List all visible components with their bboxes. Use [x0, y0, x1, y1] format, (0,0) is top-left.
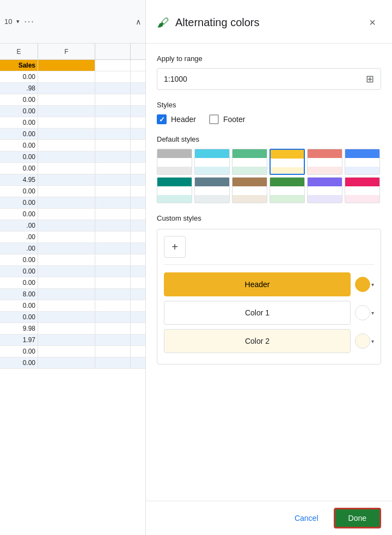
cell-e: 4.95: [0, 174, 38, 185]
grid-select-icon[interactable]: ⊞: [366, 73, 374, 85]
cell-e: 0.00: [0, 357, 38, 368]
header-checkbox[interactable]: ✓: [157, 114, 167, 124]
cell-f: [38, 83, 95, 94]
cell-g: [95, 312, 131, 323]
swatch-row: [157, 149, 381, 175]
footer-checkbox-label: Footer: [223, 115, 245, 124]
header-checkbox-item[interactable]: ✓ Header: [157, 114, 196, 124]
header-color-row: Header ▾: [164, 272, 374, 296]
cell-g: [95, 243, 131, 254]
svg-rect-30: [308, 178, 342, 186]
cell-f: [38, 163, 95, 174]
done-button[interactable]: Done: [334, 508, 381, 528]
header-checkbox-label: Header: [171, 115, 196, 124]
cell-f: [38, 209, 95, 220]
color1-text: Color 1: [245, 308, 270, 317]
style-swatch[interactable]: [232, 149, 267, 175]
alternating-colors-panel: 🖌 Alternating colors × Apply to range ⊞ …: [146, 0, 392, 535]
cell-g: [95, 357, 131, 368]
svg-rect-24: [232, 178, 267, 186]
cell-e: 0.00: [0, 209, 38, 220]
cell-f: [38, 232, 95, 242]
add-custom-style-button[interactable]: +: [164, 236, 186, 258]
cell-f: [38, 117, 95, 128]
cell-g: [95, 220, 131, 231]
color1-circle: [355, 305, 370, 320]
cell-g: [95, 254, 131, 265]
color1-picker-button[interactable]: ▾: [355, 305, 374, 320]
style-swatch[interactable]: [270, 149, 305, 175]
style-swatch[interactable]: [232, 177, 267, 203]
cell-g: [95, 163, 131, 174]
cell-g: [95, 289, 131, 300]
color1-dropdown-arrow: ▾: [371, 310, 374, 316]
footer-checkbox-item[interactable]: Footer: [209, 114, 245, 124]
cell-f: [38, 254, 95, 265]
cell-f: [38, 94, 95, 105]
svg-rect-0: [157, 149, 192, 158]
col-header-f: F: [38, 44, 95, 59]
footer-checkbox[interactable]: [209, 114, 219, 124]
color1-row: Color 1 ▾: [164, 301, 374, 325]
range-input[interactable]: [164, 75, 366, 83]
cell-g: [95, 346, 131, 357]
cell-e: 8.00: [0, 289, 38, 300]
toolbar-collapse-icon[interactable]: ∧: [136, 17, 141, 26]
cell-g: [95, 117, 131, 128]
cell-f: [38, 243, 95, 254]
cell-e: 0.00: [0, 254, 38, 265]
cell-e: 0.00: [0, 163, 38, 174]
cell-e: 0.00: [0, 94, 38, 105]
svg-rect-31: [308, 186, 342, 195]
cancel-button[interactable]: Cancel: [284, 509, 329, 527]
style-swatch[interactable]: [157, 149, 192, 175]
style-swatch[interactable]: [345, 149, 380, 175]
cell-g: [95, 300, 131, 311]
color2-picker-button[interactable]: ▾: [355, 333, 374, 349]
cell-f: [38, 71, 95, 82]
color1-label: Color 1: [164, 301, 351, 325]
svg-rect-23: [195, 195, 230, 203]
svg-rect-15: [345, 149, 380, 158]
cell-g: [95, 277, 131, 288]
svg-rect-17: [345, 167, 380, 175]
svg-rect-4: [195, 158, 230, 167]
svg-rect-35: [345, 195, 380, 203]
svg-rect-34: [345, 186, 380, 195]
svg-rect-3: [195, 149, 230, 158]
style-swatch[interactable]: [157, 177, 192, 203]
svg-rect-2: [157, 167, 192, 175]
style-swatch[interactable]: [270, 177, 305, 203]
cell-g: [95, 129, 131, 139]
svg-rect-13: [308, 158, 342, 167]
style-swatch[interactable]: [345, 177, 380, 203]
cell-g: [95, 186, 131, 197]
svg-rect-26: [232, 195, 267, 203]
style-swatch[interactable]: [194, 149, 230, 175]
svg-rect-9: [271, 150, 305, 159]
close-button[interactable]: ×: [364, 14, 381, 32]
swatch-row: [157, 177, 381, 203]
cell-f: [38, 174, 95, 185]
cell-e: 0.00: [0, 71, 38, 82]
toolbar-more-options[interactable]: ···: [24, 17, 34, 27]
svg-rect-29: [270, 195, 305, 203]
svg-rect-12: [308, 149, 342, 158]
panel-body: Apply to range ⊞ Styles ✓ Header Footer: [146, 44, 392, 501]
cell-e: .98: [0, 83, 38, 94]
style-swatch[interactable]: [307, 177, 342, 203]
cell-g: [95, 174, 131, 185]
color2-text: Color 2: [245, 337, 270, 345]
style-swatch[interactable]: [194, 177, 230, 203]
style-swatch[interactable]: [307, 149, 342, 175]
header-color-picker-button[interactable]: ▾: [355, 277, 374, 292]
cell-e: 0.00: [0, 266, 38, 277]
toolbar-dropdown-arrow[interactable]: ▾: [16, 18, 20, 25]
svg-rect-33: [345, 178, 380, 186]
cell-g: [95, 232, 131, 242]
header-color-text: Header: [245, 280, 270, 289]
range-input-row: ⊞: [157, 68, 381, 90]
color2-circle: [355, 333, 370, 349]
svg-rect-5: [195, 167, 230, 175]
svg-rect-11: [271, 167, 305, 175]
